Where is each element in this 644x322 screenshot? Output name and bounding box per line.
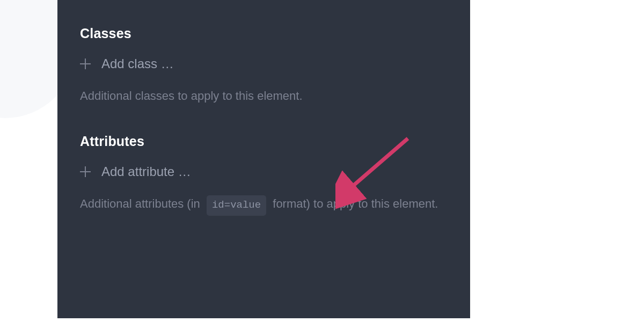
properties-panel: Classes Add class … Additional classes t… [57, 0, 470, 318]
attributes-help-after: format) to apply to this element. [273, 197, 438, 210]
add-attribute-button[interactable]: Add attribute … [80, 164, 448, 179]
classes-section: Classes Add class … Additional classes t… [80, 26, 448, 106]
add-attribute-label: Add attribute … [101, 164, 191, 179]
classes-heading: Classes [80, 26, 448, 41]
attributes-heading: Attributes [80, 134, 448, 149]
plus-icon [80, 58, 91, 69]
attributes-help-code: id=value [207, 195, 266, 215]
add-class-button[interactable]: Add class … [80, 56, 448, 71]
add-class-label: Add class … [101, 56, 174, 71]
attributes-help-text: Additional attributes (in id=value forma… [80, 194, 448, 215]
plus-icon [80, 166, 91, 177]
classes-help-text: Additional classes to apply to this elem… [80, 86, 448, 106]
attributes-section: Attributes Add attribute … Additional at… [80, 134, 448, 215]
attributes-help-before: Additional attributes (in [80, 197, 200, 210]
